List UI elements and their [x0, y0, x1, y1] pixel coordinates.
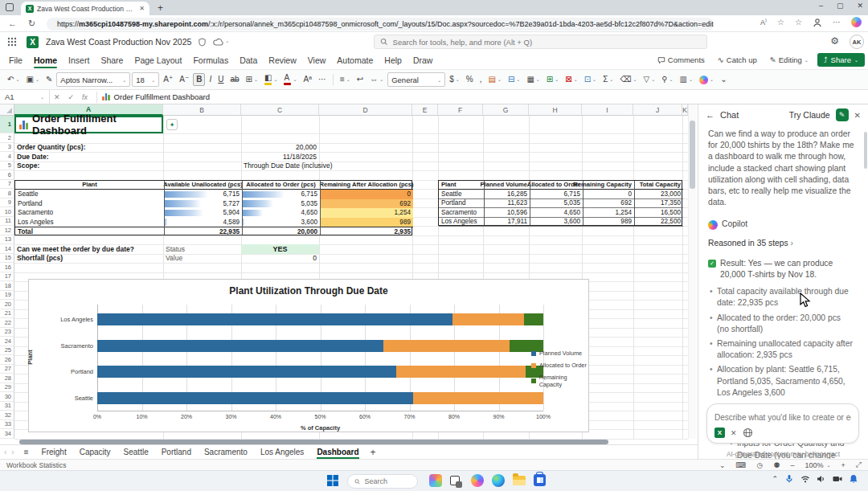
new-chat-icon[interactable]: ✎: [836, 108, 849, 121]
profile-icon[interactable]: [813, 18, 822, 27]
allocation-allocated[interactable]: 3,600: [242, 218, 320, 227]
excel-search-box[interactable]: [374, 35, 707, 49]
column-header-b[interactable]: B: [163, 104, 241, 116]
row-header-14[interactable]: 14: [0, 244, 14, 254]
allocation-header-3[interactable]: Remaining After Allocation (pcs): [320, 181, 413, 190]
info-value-row-5[interactable]: Through Due Date (inclusive): [241, 162, 370, 171]
row-header-13[interactable]: 13: [0, 235, 14, 245]
web-search-globe-icon[interactable]: [743, 428, 753, 438]
comma-style-icon[interactable]: ,: [477, 74, 485, 85]
taskbar-search[interactable]: [347, 474, 418, 489]
capacity-cell[interactable]: 0: [583, 190, 634, 199]
column-header-g[interactable]: G: [483, 104, 529, 116]
allocation-total-available[interactable]: 22,935: [164, 227, 242, 236]
workspaces-icon[interactable]: [6, 3, 14, 11]
allocation-remaining[interactable]: 692: [320, 199, 413, 209]
sheet-nav-forward-icon[interactable]: ›: [11, 448, 14, 456]
allocation-total-plant[interactable]: Total: [15, 227, 164, 236]
clear-icon[interactable]: ⌫⌄: [617, 74, 639, 85]
capacity-header-3[interactable]: Remaining Capacity: [583, 181, 634, 190]
column-header-i[interactable]: I: [582, 104, 633, 116]
fullscreen-icon[interactable]: ⤢: [856, 460, 862, 469]
sheet-tab-seattle[interactable]: Seattle: [117, 446, 155, 458]
more-menu-icon[interactable]: ⋯: [833, 18, 841, 27]
font-color-icon[interactable]: A⌄: [281, 72, 299, 87]
allocation-total-allocated[interactable]: 20,000: [242, 227, 320, 236]
capacity-cell[interactable]: 692: [583, 199, 634, 209]
decrease-font-size-icon[interactable]: A⁻: [177, 74, 191, 85]
allocation-header-1[interactable]: Available Unallocated (pcs): [164, 181, 242, 190]
format-painter-icon[interactable]: ✎: [43, 74, 55, 85]
sheet-tab-dashboard[interactable]: Dashboard: [310, 446, 365, 458]
row-header-28[interactable]: 28: [0, 374, 14, 383]
window-maximize-button[interactable]: ▢: [837, 2, 844, 10]
document-title[interactable]: Zava West Coast Production Nov 2025: [46, 37, 191, 47]
window-minimize-button[interactable]: –: [819, 2, 823, 10]
chart-bar-portland[interactable]: [97, 366, 543, 378]
menu-tab-automate[interactable]: Automate: [331, 53, 379, 68]
comments-button[interactable]: Comments: [653, 54, 709, 66]
zoom-in-button[interactable]: +: [841, 461, 845, 469]
row-header-8[interactable]: 8: [0, 189, 14, 198]
chart-bar-los-angeles[interactable]: [97, 313, 543, 325]
increase-font-size-icon[interactable]: A⁺: [161, 74, 175, 85]
menu-tab-file[interactable]: File: [3, 53, 28, 68]
capacity-cell[interactable]: 22,500: [634, 218, 683, 227]
info-label-row-4[interactable]: Due Date:: [14, 152, 163, 162]
plant-utilization-chart[interactable]: Plant Utilization Through Due DateLos An…: [28, 279, 589, 432]
capacity-cell[interactable]: 10,596: [484, 208, 530, 218]
capacity-table[interactable]: PlantPlanned VolumeAllocated to OrderRem…: [438, 180, 682, 227]
add-sheet-button[interactable]: +: [371, 447, 376, 458]
row-header-24[interactable]: 24: [0, 337, 14, 346]
capacity-header-4[interactable]: Total Capacity: [634, 181, 683, 190]
italic-icon[interactable]: I: [207, 74, 214, 85]
browser-tab[interactable]: X Zava West Coast Production Nov ✕: [21, 2, 149, 15]
font-size-select[interactable]: 18⌄: [132, 72, 159, 87]
row-header-10[interactable]: 10: [0, 207, 14, 217]
capacity-cell[interactable]: Los Angeles: [439, 218, 484, 227]
allocation-allocated[interactable]: 4,650: [242, 208, 320, 218]
chat-back-icon[interactable]: ←: [706, 110, 714, 120]
wifi-icon[interactable]: [800, 474, 810, 484]
user-avatar[interactable]: AK: [850, 35, 864, 49]
accounting-format-icon[interactable]: $⌄: [447, 74, 462, 85]
allocation-header-0[interactable]: Plant: [15, 181, 164, 190]
volume-icon[interactable]: [817, 474, 826, 484]
row-header-18[interactable]: 18: [0, 281, 14, 291]
allocation-available[interactable]: 6,715: [164, 190, 242, 199]
capacity-cell[interactable]: 989: [583, 218, 634, 227]
edge-taskbar-icon[interactable]: [492, 474, 505, 487]
chevron-down-icon[interactable]: ⌄: [719, 461, 726, 469]
file-explorer-taskbar-icon[interactable]: [513, 474, 526, 485]
copilot-icon[interactable]: ⌄: [697, 74, 716, 86]
chat-input[interactable]: [714, 413, 851, 422]
sheet-nav-back-icon[interactable]: ‹: [4, 448, 6, 456]
row-header-20[interactable]: 20: [0, 300, 14, 309]
menu-tab-view[interactable]: View: [302, 53, 332, 68]
accessibility-icon[interactable]: ⚉: [773, 461, 780, 469]
try-claude-button[interactable]: Try Claude: [789, 110, 830, 120]
capacity-cell[interactable]: 17,911: [484, 218, 530, 227]
capacity-cell[interactable]: 4,650: [530, 208, 583, 218]
new-tab-button[interactable]: +: [158, 2, 163, 14]
menu-tab-page-layout[interactable]: Page Layout: [129, 53, 187, 68]
row-header-32[interactable]: 32: [0, 411, 14, 420]
undo-icon[interactable]: ↶⌄: [5, 74, 22, 85]
allocation-available[interactable]: 5,727: [164, 199, 242, 209]
row-header-15[interactable]: 15: [0, 254, 14, 264]
edge-copilot-icon[interactable]: [851, 17, 862, 27]
number-format-select[interactable]: General⌄: [387, 72, 445, 87]
start-button[interactable]: [326, 474, 339, 487]
vertical-scrollbar-thumb[interactable]: [690, 121, 695, 189]
chart-bar-sacramento[interactable]: [97, 340, 543, 352]
menu-tab-draw[interactable]: Draw: [407, 53, 439, 68]
zoom-level[interactable]: 100%: [805, 461, 823, 469]
row-header-11[interactable]: 11: [0, 217, 14, 227]
allocation-available[interactable]: 4,589: [164, 218, 242, 227]
capacity-cell[interactable]: 17,350: [634, 199, 683, 209]
row-header-6[interactable]: 6: [0, 170, 14, 180]
allocation-plant[interactable]: Portland: [15, 199, 164, 209]
autosum-icon[interactable]: Σ⌄: [600, 74, 616, 85]
row-header-5[interactable]: 5: [0, 162, 14, 171]
capacity-header-0[interactable]: Plant: [439, 181, 484, 190]
